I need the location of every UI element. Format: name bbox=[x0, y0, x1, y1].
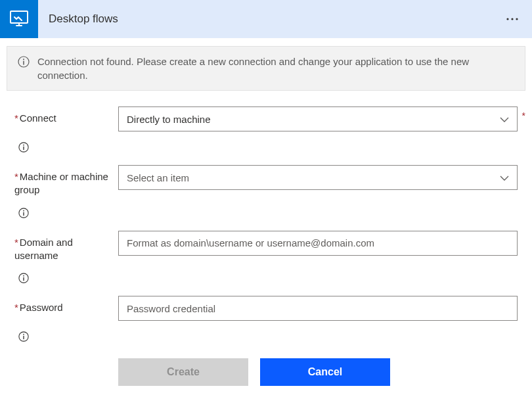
cancel-button[interactable]: Cancel bbox=[260, 358, 390, 386]
svg-point-5 bbox=[23, 59, 24, 60]
domain-username-input[interactable] bbox=[118, 231, 518, 256]
svg-rect-12 bbox=[23, 212, 24, 215]
svg-rect-6 bbox=[23, 61, 24, 65]
dialog-header: Desktop flows bbox=[0, 0, 532, 38]
chevron-down-icon bbox=[500, 114, 509, 125]
info-icon[interactable] bbox=[18, 210, 29, 220]
svg-point-11 bbox=[23, 210, 24, 211]
svg-point-2 bbox=[511, 18, 513, 20]
connect-select[interactable]: Directly to machine bbox=[118, 106, 518, 131]
svg-point-1 bbox=[506, 18, 508, 20]
create-button[interactable]: Create bbox=[118, 358, 248, 386]
chevron-down-icon bbox=[500, 172, 509, 183]
svg-point-14 bbox=[23, 275, 24, 277]
connect-value: Directly to machine bbox=[127, 114, 211, 125]
password-label: *Password bbox=[14, 296, 118, 314]
svg-rect-18 bbox=[23, 336, 24, 339]
password-input[interactable] bbox=[118, 296, 518, 321]
svg-point-17 bbox=[23, 334, 24, 335]
svg-point-3 bbox=[516, 18, 518, 20]
svg-rect-9 bbox=[23, 147, 24, 150]
svg-rect-15 bbox=[23, 277, 24, 281]
dialog-title: Desktop flows bbox=[38, 12, 493, 26]
connect-label: *Connect bbox=[14, 106, 118, 125]
alert-text: Connection not found. Please create a ne… bbox=[37, 55, 514, 82]
machine-label: *Machine or machine group bbox=[14, 165, 118, 197]
machine-select[interactable]: Select an item bbox=[118, 165, 518, 190]
desktop-flows-app-icon bbox=[0, 0, 38, 38]
svg-point-8 bbox=[23, 145, 24, 146]
required-indicator: * bbox=[522, 110, 525, 121]
domain-username-label: *Domain and username bbox=[14, 231, 118, 263]
info-icon[interactable] bbox=[18, 333, 29, 344]
connection-form: *Connect Directly to machine * *Machine … bbox=[0, 91, 532, 386]
info-icon bbox=[18, 56, 30, 70]
more-options-button[interactable] bbox=[493, 17, 532, 21]
connection-not-found-alert: Connection not found. Please create a ne… bbox=[7, 46, 525, 91]
machine-placeholder: Select an item bbox=[127, 172, 189, 183]
info-icon[interactable] bbox=[18, 275, 29, 285]
info-icon[interactable] bbox=[18, 144, 29, 154]
